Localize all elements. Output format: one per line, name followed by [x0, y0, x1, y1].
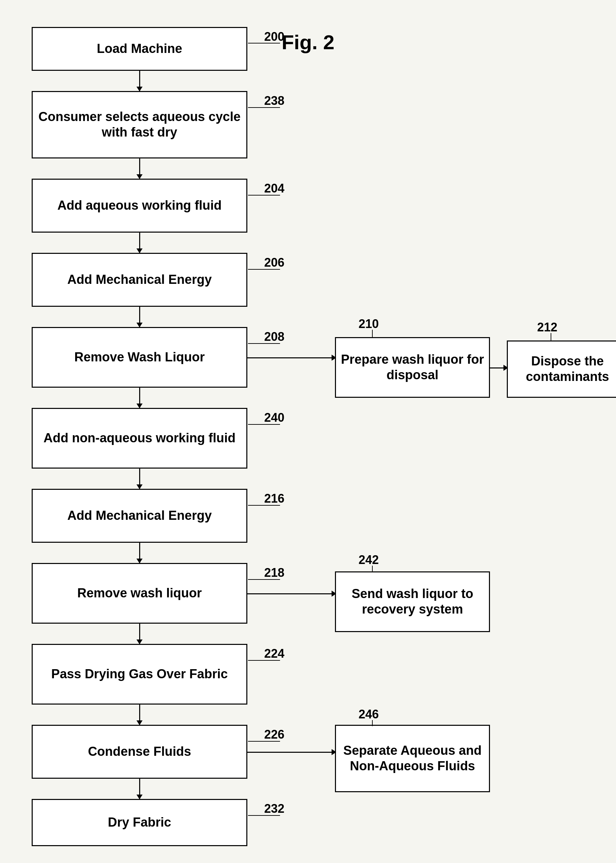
- box-pass-drying-gas: Pass Drying Gas Over Fabric: [32, 644, 247, 704]
- box-prepare-wash-liquor: Prepare wash liquor for disposal: [335, 337, 490, 398]
- box-add-mech-energy-2: Add Mechanical Energy: [32, 489, 247, 543]
- ref-242: 242: [358, 553, 379, 567]
- ref-206: 206: [264, 256, 284, 270]
- box-load-machine: Load Machine: [32, 27, 247, 71]
- ref-204: 204: [264, 181, 284, 195]
- ref-218: 218: [264, 566, 284, 580]
- ref-232: 232: [264, 802, 284, 816]
- ref-208: 208: [264, 330, 284, 344]
- ref-226: 226: [264, 728, 284, 742]
- ref-224: 224: [264, 646, 284, 661]
- box-remove-wash-liquor-1: Remove Wash Liquor: [32, 327, 247, 388]
- box-send-wash-liquor: Send wash liquor to recovery system: [335, 571, 490, 632]
- arrow-to-send: [247, 593, 336, 594]
- arrow-to-prepare: [247, 357, 336, 358]
- figure-caption: Fig. 2: [282, 31, 335, 54]
- arrow-to-separate: [247, 752, 336, 753]
- box-add-mech-energy-1: Add Mechanical Energy: [32, 253, 247, 307]
- box-dry-fabric: Dry Fabric: [32, 799, 247, 846]
- ref-212: 212: [537, 320, 557, 335]
- box-remove-wash-liquor-2: Remove wash liquor: [32, 563, 247, 624]
- box-add-non-aqueous: Add non-aqueous working fluid: [32, 408, 247, 468]
- box-separate-fluids: Separate Aqueous and Non-Aqueous Fluids: [335, 725, 490, 792]
- ref-240: 240: [264, 410, 284, 425]
- box-dispose-contaminants: Dispose the contaminants: [507, 341, 616, 398]
- box-consumer-selects: Consumer selects aqueous cycle with fast…: [32, 91, 247, 159]
- arrow-to-dispose: [490, 368, 508, 368]
- ref-238: 238: [264, 94, 284, 108]
- box-condense-fluids: Condense Fluids: [32, 725, 247, 779]
- box-add-aqueous: Add aqueous working fluid: [32, 179, 247, 233]
- ref-246: 246: [358, 707, 379, 722]
- ref-210: 210: [358, 317, 379, 331]
- ref-216: 216: [264, 492, 284, 506]
